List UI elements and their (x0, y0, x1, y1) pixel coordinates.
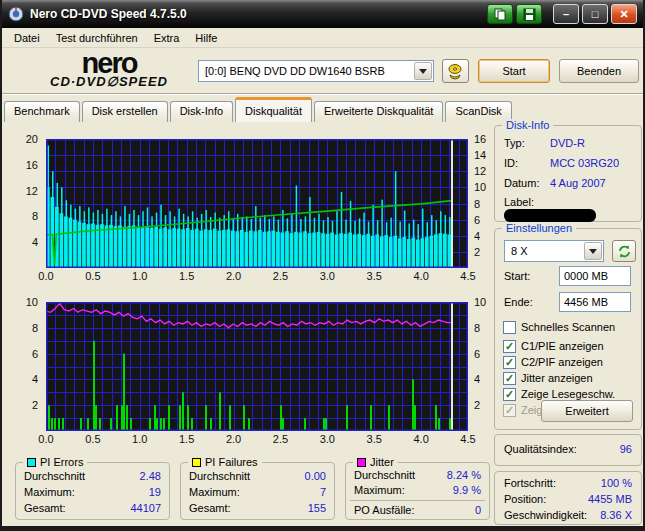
axis-tick-label: 1.5 (174, 270, 200, 282)
copy-icon (494, 8, 507, 21)
checkbox-jitter[interactable]: ✓Jitter anzeigen (503, 371, 637, 385)
pi-errors-legend-swatch (27, 458, 36, 467)
progress-panel: Fortschritt:100 % Position:4455 MB Gesch… (494, 471, 642, 525)
start-mb-label: Start: (504, 270, 530, 282)
refresh-icon (617, 244, 632, 259)
end-mb-input[interactable] (559, 292, 631, 312)
stat-label: Maximum: (24, 486, 75, 498)
stat-label: Durchschnitt (354, 469, 415, 481)
stat-value: 8.24 % (447, 469, 481, 481)
disk-date-value: 4 Aug 2007 (550, 177, 606, 189)
settings-panel: Einstellungen 8 X Start: Ende: Schnelles… (494, 228, 642, 430)
stat-value: 44107 (130, 502, 161, 514)
jitter-stats-panel: Jitter Durchschnitt8.24 % Maximum:9.9 % … (345, 462, 490, 520)
tab-disk-info[interactable]: Disk-Info (170, 101, 233, 122)
pi-failures-stats-title: PI Failures (188, 456, 262, 468)
menu-hilfe[interactable]: Hilfe (187, 30, 225, 46)
pif-jitter-x-axis: 0.00.51.01.52.02.53.03.54.04.5 (2, 433, 492, 447)
checkbox-c2-pif[interactable]: ✓C2/PIF anzeigen (503, 355, 637, 369)
stat-value: 9.9 % (453, 484, 481, 496)
refresh-button[interactable] (612, 240, 636, 262)
checkbox-schnelles-scannen[interactable]: Schnelles Scannen (503, 320, 637, 334)
axis-tick-label: 4 (4, 236, 42, 248)
drive-select-arrow[interactable] (414, 62, 432, 80)
axis-tick-label: 3.0 (314, 270, 340, 282)
app-window: Nero CD-DVD Speed 4.7.5.0 – □ ✕ Datei Te… (0, 0, 645, 531)
stat-value: 155 (308, 502, 326, 514)
speed-select-arrow[interactable] (584, 242, 602, 260)
checkbox-c1-pie[interactable]: ✓C1/PIE anzeigen (503, 339, 637, 353)
start-mb-input[interactable] (559, 266, 631, 286)
progress-value: 100 % (601, 477, 632, 489)
eject-disc-icon (447, 63, 464, 80)
speed-select-value: 8 X (505, 245, 584, 257)
save-icon (523, 8, 536, 21)
axis-tick-label: 20 (4, 133, 42, 145)
axis-tick-label: 4 (4, 373, 42, 385)
window-title: Nero CD-DVD Speed 4.7.5.0 (30, 7, 484, 21)
close-button[interactable]: ✕ (611, 4, 637, 24)
checkbox-label: Jitter anzeigen (521, 372, 593, 384)
axis-tick-label: 1.0 (127, 270, 153, 282)
axis-tick-label: 2.5 (267, 433, 293, 445)
checkbox-box (503, 321, 516, 334)
eject-disc-button[interactable] (442, 59, 469, 83)
axis-tick-label: 1.5 (174, 433, 200, 445)
speed-value: 8.36 X (600, 509, 632, 521)
axis-tick-label: 2.5 (267, 270, 293, 282)
menu-bar: Datei Test durchführen Extra Hilfe (2, 28, 643, 48)
axis-tick-label: 2 (4, 399, 42, 411)
axis-tick-label: 2.0 (221, 433, 247, 445)
disk-info-label: Typ: (504, 137, 550, 149)
title-bar: Nero CD-DVD Speed 4.7.5.0 – □ ✕ (2, 0, 643, 28)
maximize-button[interactable]: □ (582, 4, 608, 24)
axis-tick-label: 0.5 (80, 270, 106, 282)
tab-erweiterte-diskqualitaet[interactable]: Erweiterte Diskqualität (314, 101, 443, 122)
quality-index-label: Qualitätsindex: (504, 443, 577, 455)
advanced-button[interactable]: Erweitert (541, 400, 633, 422)
menu-extra[interactable]: Extra (146, 30, 188, 46)
start-button[interactable]: Start (478, 59, 550, 83)
po-failures-label: PO Ausfälle: (354, 504, 415, 516)
copy-report-button[interactable] (487, 4, 513, 24)
checkbox-zeige-lesegeschw[interactable]: ✓Zeige Lesegeschw. (503, 387, 637, 401)
axis-tick-label: 4.5 (455, 433, 481, 445)
tab-diskqualitaet[interactable]: Diskqualität (235, 97, 312, 122)
header: nero CD·DVD∅SPEED [0:0] BENQ DVD DD DW16… (2, 48, 643, 94)
divider (350, 500, 485, 501)
right-column: Disk-Info Typ:DVD-R ID:MCC 03RG20 Datum:… (494, 122, 642, 525)
menu-datei[interactable]: Datei (6, 30, 48, 46)
disk-info-label: Label: (504, 196, 550, 208)
quit-button[interactable]: Beenden (559, 59, 639, 83)
save-report-button[interactable] (516, 4, 542, 24)
checkbox-box: ✓ (503, 372, 516, 385)
stat-label: Maximum: (354, 484, 405, 496)
jitter-legend-swatch (357, 458, 366, 467)
cdvd-speed-logo-text: CD·DVD∅SPEED (24, 76, 194, 88)
speed-select[interactable]: 8 X (504, 240, 604, 262)
progress-label: Fortschritt: (504, 477, 556, 489)
position-value: 4455 MB (588, 493, 632, 505)
checkbox-box: ✓ (503, 340, 516, 353)
axis-tick-label: 0.0 (33, 433, 59, 445)
pi-errors-left-axis: 20161284 (4, 139, 42, 268)
tab-benchmark[interactable]: Benchmark (4, 101, 80, 122)
pi-errors-stats-title: PI Errors (23, 456, 87, 468)
pif-jitter-left-axis: 108642 (4, 302, 42, 431)
pi-errors-chart (46, 139, 468, 268)
tab-disk-erstellen[interactable]: Disk erstellen (82, 101, 168, 122)
menu-test-durchfuehren[interactable]: Test durchführen (48, 30, 146, 46)
drive-select[interactable]: [0:0] BENQ DVD DD DW1640 BSRB (198, 60, 434, 82)
pi-failures-stats-panel: PI Failures Durchschnitt0.00 Maximum:7 G… (180, 462, 335, 520)
pi-failures-legend-swatch (192, 458, 201, 467)
axis-tick-label: 3.5 (361, 270, 387, 282)
axis-tick-label: 0.0 (33, 270, 59, 282)
axis-tick-label: 8 (4, 210, 42, 222)
axis-tick-label: 4.0 (408, 270, 434, 282)
drive-select-value: [0:0] BENQ DVD DD DW1640 BSRB (199, 65, 414, 77)
disk-id-value: MCC 03RG20 (550, 157, 619, 169)
axis-tick-label: 3.0 (314, 433, 340, 445)
checkbox-label: C2/PIF anzeigen (521, 356, 603, 368)
minimize-button[interactable]: – (553, 4, 579, 24)
pif-jitter-chart (46, 302, 468, 431)
